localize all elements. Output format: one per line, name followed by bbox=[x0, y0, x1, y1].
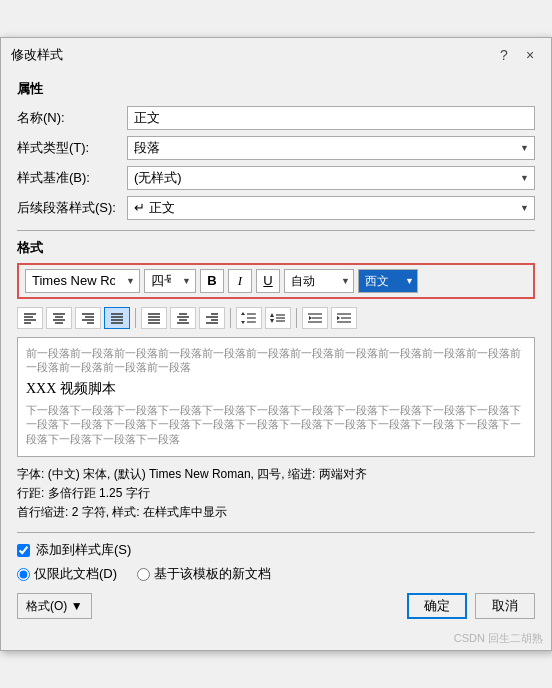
align-left-icon bbox=[23, 312, 37, 324]
style-base-select-wrapper: (无样式) bbox=[127, 166, 535, 190]
new-docs-label[interactable]: 基于该模板的新文档 bbox=[137, 565, 271, 583]
description-line1: 字体: (中文) 宋体, (默认) Times New Roman, 四号, 缩… bbox=[17, 465, 535, 484]
description-box: 字体: (中文) 宋体, (默认) Times New Roman, 四号, 缩… bbox=[17, 465, 535, 523]
indent-increase-button[interactable] bbox=[331, 307, 357, 329]
style-type-label: 样式类型(T): bbox=[17, 139, 127, 157]
svg-marker-31 bbox=[241, 312, 245, 315]
properties-title: 属性 bbox=[17, 80, 535, 98]
align-justify-icon bbox=[110, 312, 124, 324]
align-distributed-button[interactable] bbox=[141, 307, 167, 329]
ok-button[interactable]: 确定 bbox=[407, 593, 467, 619]
format-title: 格式 bbox=[17, 239, 535, 257]
bold-button[interactable]: B bbox=[200, 269, 224, 293]
next-style-select[interactable]: ↵ 正文 bbox=[127, 196, 535, 220]
font-name-select[interactable]: Times New Ro bbox=[25, 269, 140, 293]
title-bar: 修改样式 ? × bbox=[1, 38, 551, 70]
style-type-row: 样式类型(T): 段落 bbox=[17, 136, 535, 160]
align-justify-button[interactable] bbox=[104, 307, 130, 329]
align-right2-button[interactable] bbox=[199, 307, 225, 329]
dialog-body: 属性 名称(N): 样式类型(T): 段落 样式基准(B): bbox=[1, 70, 551, 630]
new-docs-radio[interactable] bbox=[137, 568, 150, 581]
align-center-button[interactable] bbox=[46, 307, 72, 329]
format-toolbar: Times New Ro 四号 B I U 自动 bbox=[17, 263, 535, 299]
description-line2: 行距: 多倍行距 1.25 字行 bbox=[17, 484, 535, 503]
line-spacing-decrease-button[interactable] bbox=[265, 307, 291, 329]
align-right-button[interactable] bbox=[75, 307, 101, 329]
next-style-row: 后续段落样式(S): ↵ 正文 bbox=[17, 196, 535, 220]
format-options-button[interactable]: 格式(O) ▼ bbox=[17, 593, 92, 619]
only-this-doc-label[interactable]: 仅限此文档(D) bbox=[17, 565, 117, 583]
name-label: 名称(N): bbox=[17, 109, 127, 127]
next-style-label: 后续段落样式(S): bbox=[17, 199, 127, 217]
toolbar-sep1 bbox=[135, 308, 136, 328]
font-size-select[interactable]: 四号 bbox=[144, 269, 196, 293]
lang-select-wrapper: 西文 bbox=[358, 269, 418, 293]
align-toolbar bbox=[17, 305, 535, 331]
title-bar-actions: ? × bbox=[493, 44, 541, 66]
preview-next-text: 下一段落下一段落下一段落下一段落下一段落下一段落下一段落下一段落下一段落下一段落… bbox=[26, 403, 526, 447]
align-center2-icon bbox=[176, 312, 190, 324]
add-to-library-checkbox[interactable] bbox=[17, 544, 30, 557]
italic-button[interactable]: I bbox=[228, 269, 252, 293]
underline-button[interactable]: U bbox=[256, 269, 280, 293]
align-left-button[interactable] bbox=[17, 307, 43, 329]
action-buttons: 确定 取消 bbox=[407, 593, 535, 619]
align-center-icon bbox=[52, 312, 66, 324]
bottom-row: 格式(O) ▼ 确定 取消 bbox=[17, 593, 535, 619]
next-style-select-wrapper: ↵ 正文 bbox=[127, 196, 535, 220]
indent-increase-icon bbox=[336, 311, 352, 325]
divider2 bbox=[17, 532, 535, 533]
style-type-select-wrapper: 段落 bbox=[127, 136, 535, 160]
font-name-select-wrapper: Times New Ro bbox=[25, 269, 140, 293]
line-spacing-decrease-icon bbox=[270, 311, 286, 325]
add-to-library-row: 添加到样式库(S) bbox=[17, 541, 535, 559]
lang-select[interactable]: 西文 bbox=[358, 269, 418, 293]
svg-marker-41 bbox=[309, 316, 312, 320]
style-type-select[interactable]: 段落 bbox=[127, 136, 535, 160]
svg-marker-45 bbox=[337, 316, 340, 320]
color-select-wrapper: 自动 bbox=[284, 269, 354, 293]
style-base-row: 样式基准(B): (无样式) bbox=[17, 166, 535, 190]
toolbar-sep3 bbox=[296, 308, 297, 328]
only-this-doc-radio[interactable] bbox=[17, 568, 30, 581]
scope-row: 仅限此文档(D) 基于该模板的新文档 bbox=[17, 565, 535, 583]
line-spacing-increase-icon bbox=[241, 311, 257, 325]
line-spacing-increase-button[interactable] bbox=[236, 307, 262, 329]
preview-box: 前一段落前一段落前一段落前一段落前一段落前一段落前一段落前一段落前一段落前一段落… bbox=[17, 337, 535, 457]
svg-marker-37 bbox=[270, 319, 274, 323]
preview-main-text: XXX 视频脚本 bbox=[26, 379, 526, 399]
align-right2-icon bbox=[205, 312, 219, 324]
toolbar-sep2 bbox=[230, 308, 231, 328]
add-to-library-label[interactable]: 添加到样式库(S) bbox=[36, 541, 131, 559]
modify-style-dialog: 修改样式 ? × 属性 名称(N): 样式类型(T): 段落 bbox=[0, 37, 552, 652]
align-center2-button[interactable] bbox=[170, 307, 196, 329]
watermark: CSDN 回生二胡熟 bbox=[1, 629, 551, 650]
dialog-title: 修改样式 bbox=[11, 46, 63, 64]
properties-section: 属性 名称(N): 样式类型(T): 段落 样式基准(B): bbox=[17, 80, 535, 220]
svg-marker-32 bbox=[241, 321, 245, 324]
indent-decrease-button[interactable] bbox=[302, 307, 328, 329]
align-distributed-icon bbox=[147, 312, 161, 324]
name-input[interactable] bbox=[127, 106, 535, 130]
align-right-icon bbox=[81, 312, 95, 324]
description-line3: 首行缩进: 2 字符, 样式: 在样式库中显示 bbox=[17, 503, 535, 522]
format-section: 格式 Times New Ro 四号 B I bbox=[17, 239, 535, 523]
preview-prev-text: 前一段落前一段落前一段落前一段落前一段落前一段落前一段落前一段落前一段落前一段落… bbox=[26, 346, 526, 375]
cancel-button[interactable]: 取消 bbox=[475, 593, 535, 619]
svg-marker-36 bbox=[270, 313, 274, 317]
help-button[interactable]: ? bbox=[493, 44, 515, 66]
style-base-label: 样式基准(B): bbox=[17, 169, 127, 187]
color-select[interactable]: 自动 bbox=[284, 269, 354, 293]
font-size-select-wrapper: 四号 bbox=[144, 269, 196, 293]
divider1 bbox=[17, 230, 535, 231]
indent-decrease-icon bbox=[307, 311, 323, 325]
close-button[interactable]: × bbox=[519, 44, 541, 66]
style-base-select[interactable]: (无样式) bbox=[127, 166, 535, 190]
name-row: 名称(N): bbox=[17, 106, 535, 130]
